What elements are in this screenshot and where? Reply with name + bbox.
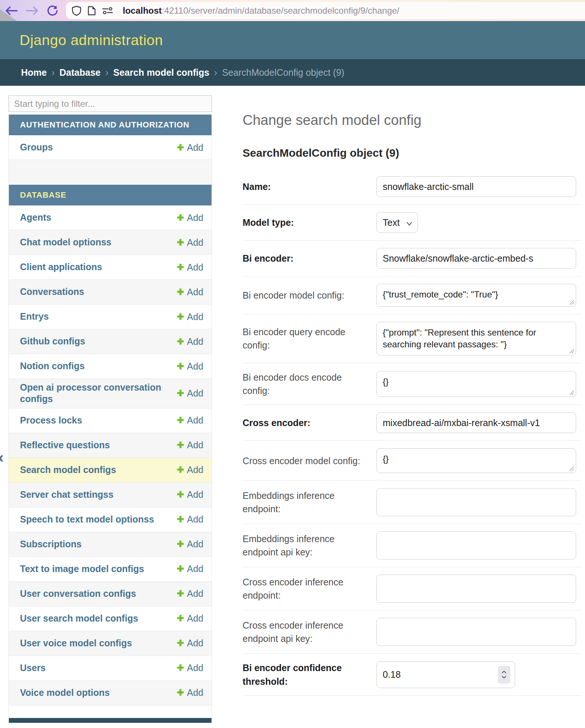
permissions-icon[interactable]	[102, 7, 113, 15]
plus-icon: ✚	[177, 361, 184, 371]
bi-encoder-input[interactable]	[376, 248, 576, 269]
form-row-bi-encoder: Bi encoder:	[243, 241, 582, 276]
open-ai-processor-conversation-configs-link[interactable]: Open ai processor conversation configs	[20, 382, 164, 405]
user-voice-model-configs-link[interactable]: User voice model configs	[20, 637, 132, 649]
plus-icon: ✚	[177, 262, 184, 272]
sidebar-item-github-configs: Github configs ✚Add	[9, 329, 212, 354]
number-stepper[interactable]	[498, 666, 510, 684]
resize-grip-icon[interactable]	[568, 389, 574, 395]
client-applications-link[interactable]: Client applications	[20, 261, 102, 273]
cross-encoder-inference-endpoint-input[interactable]	[376, 575, 576, 603]
subscriptions-link[interactable]: Subscriptions	[20, 538, 82, 550]
user-search-model-configs-link[interactable]: User search model configs	[20, 613, 138, 624]
forward-icon[interactable]	[26, 6, 38, 16]
plus-icon: ✚	[177, 238, 184, 248]
sidebar-filter-input[interactable]	[9, 95, 212, 112]
form-row-bi-encoder-confidence-threshold: Bi encoder confidence threshold: 0.18	[243, 654, 582, 696]
resize-grip-icon[interactable]	[568, 299, 574, 305]
add-reflective-questions-link[interactable]: ✚Add	[177, 440, 203, 450]
add-server-chat-settingss-link[interactable]: ✚Add	[177, 489, 203, 500]
breadcrumb-home[interactable]: Home	[21, 67, 47, 78]
sidebar-empty-tail	[9, 705, 212, 718]
server-chat-settingss-link[interactable]: Server chat settingss	[20, 489, 114, 500]
form-row-cross-encoder-model-config: Cross encoder model config: {}	[243, 441, 582, 481]
bi-encoder-docs-encode-config-textarea[interactable]: {}	[376, 371, 576, 397]
back-icon[interactable]	[5, 6, 18, 16]
add-chat-model-optionss-link[interactable]: ✚Add	[177, 237, 203, 248]
search-model-configs-link[interactable]: Search model configs	[20, 464, 116, 476]
name-input[interactable]	[376, 176, 576, 197]
entrys-link[interactable]: Entrys	[20, 311, 49, 322]
breadcrumb-database[interactable]: Database	[60, 67, 101, 78]
add-user-voice-model-configs-link[interactable]: ✚Add	[177, 638, 203, 649]
model-type-select[interactable]: Text	[376, 212, 418, 233]
add-process-locks-link[interactable]: ✚Add	[177, 415, 203, 426]
sidebar-collapse-icon[interactable]: ‹	[0, 450, 4, 465]
add-client-applications-link[interactable]: ✚Add	[177, 262, 203, 273]
add-user-search-model-configs-link[interactable]: ✚Add	[177, 613, 203, 624]
url-path: :42110/server/admin/database/searchmodel…	[162, 6, 399, 16]
groups-link[interactable]: Groups	[20, 142, 53, 153]
shield-icon[interactable]	[72, 6, 81, 16]
add-subscriptions-link[interactable]: ✚Add	[177, 539, 203, 550]
reflective-questions-link[interactable]: Reflective questions	[20, 439, 110, 451]
django-header: Django administration	[0, 21, 585, 59]
add-conversations-link[interactable]: ✚Add	[177, 287, 203, 297]
object-title: SearchModelConfig object (9)	[243, 147, 582, 159]
cross-encoder-input[interactable]	[376, 412, 576, 433]
resize-grip-icon[interactable]	[568, 347, 574, 353]
bi-encoder-model-config-textarea[interactable]: {"trust_remote_code": "True"}	[376, 284, 576, 307]
plus-icon: ✚	[177, 312, 184, 322]
add-github-configs-link[interactable]: ✚Add	[177, 336, 203, 347]
add-groups-link[interactable]: ✚Add	[177, 142, 203, 153]
github-configs-link[interactable]: Github configs	[20, 336, 85, 347]
breadcrumb: Home › Database › Search model configs ›…	[0, 59, 585, 86]
breadcrumb-separator: ›	[105, 67, 108, 78]
add-entrys-link[interactable]: ✚Add	[177, 312, 203, 322]
embeddings-inference-endpoint-api-key-input[interactable]	[376, 531, 576, 559]
cross-encoder-label: Cross encoder:	[243, 416, 365, 429]
user-conversation-configs-link[interactable]: User conversation configs	[20, 588, 136, 599]
notion-configs-link[interactable]: Notion configs	[20, 360, 85, 372]
add-speech-to-text-model-optionss-link[interactable]: ✚Add	[177, 514, 203, 525]
process-locks-link[interactable]: Process locks	[20, 415, 82, 426]
add-search-model-configs-link[interactable]: ✚Add	[177, 465, 203, 475]
threshold-value: 0.18	[383, 669, 401, 680]
module-caption-database: DATABASE	[9, 185, 212, 205]
add-voice-model-options-link[interactable]: ✚Add	[177, 687, 203, 698]
form-row-bi-encoder-model-config: Bi encoder model config: {"trust_remote_…	[243, 276, 582, 314]
embeddings-inference-endpoint-input[interactable]	[376, 488, 576, 516]
conversations-link[interactable]: Conversations	[20, 286, 84, 297]
chat-model-optionss-link[interactable]: Chat model optionss	[20, 237, 111, 248]
sidebar-item-groups: Groups ✚Add	[9, 135, 212, 160]
cross-encoder-model-config-textarea[interactable]: {}	[376, 448, 576, 473]
url-host: localhost	[123, 6, 162, 16]
form-row-cross-encoder: Cross encoder:	[243, 405, 582, 441]
add-users-link[interactable]: ✚Add	[177, 663, 203, 673]
agents-link[interactable]: Agents	[20, 212, 51, 223]
resize-grip-icon[interactable]	[568, 465, 574, 471]
url-text[interactable]: localhost:42110/server/admin/database/se…	[123, 6, 399, 16]
speech-to-text-model-optionss-link[interactable]: Speech to text model optionss	[20, 514, 154, 525]
address-bar[interactable]: localhost:42110/server/admin/database/se…	[66, 2, 585, 19]
form-row-name: Name:	[243, 169, 582, 205]
plus-icon: ✚	[177, 564, 184, 574]
add-text-to-image-model-configs-link[interactable]: ✚Add	[177, 564, 203, 574]
bi-encoder-confidence-threshold-input[interactable]: 0.18	[376, 661, 515, 688]
bi-encoder-query-encode-config-textarea[interactable]: {"prompt": "Represent this sentence for …	[376, 322, 576, 356]
add-user-conversation-configs-link[interactable]: ✚Add	[177, 588, 203, 599]
bi-encoder-model-config-label: Bi encoder model config:	[243, 289, 365, 302]
sidebar-item-voice-model-options: Voice model options ✚Add	[9, 681, 212, 705]
text-to-image-model-configs-link[interactable]: Text to image model configs	[20, 563, 144, 575]
add-open-ai-processor-conversation-configs-link[interactable]: ✚Add	[177, 388, 203, 399]
page-info-icon[interactable]	[87, 6, 96, 16]
reload-icon[interactable]	[47, 5, 58, 17]
add-agents-link[interactable]: ✚Add	[177, 212, 203, 223]
cross-encoder-inference-endpoint-api-key-input[interactable]	[376, 618, 576, 646]
users-link[interactable]: Users	[20, 662, 46, 674]
voice-model-options-link[interactable]: Voice model options	[20, 687, 110, 698]
module-auth: AUTHENTICATION AND AUTHORIZATION Groups …	[9, 115, 212, 185]
site-title[interactable]: Django administration	[20, 32, 163, 48]
add-notion-configs-link[interactable]: ✚Add	[177, 361, 203, 372]
breadcrumb-search-model-configs[interactable]: Search model configs	[113, 67, 209, 78]
